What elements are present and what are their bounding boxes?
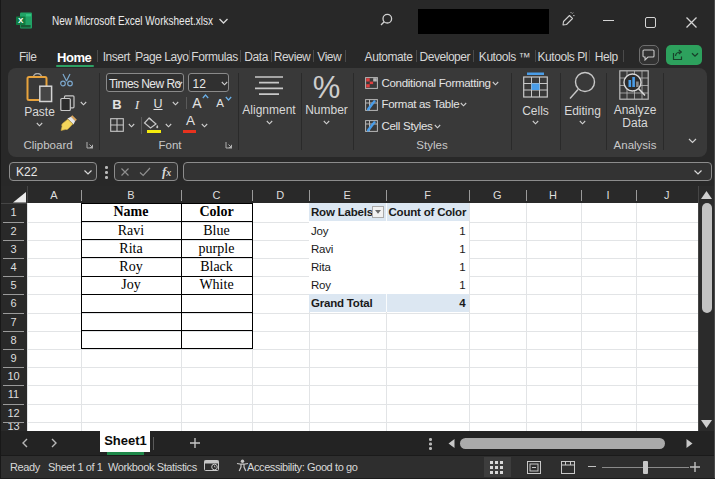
svg-text:X: X bbox=[18, 16, 24, 25]
